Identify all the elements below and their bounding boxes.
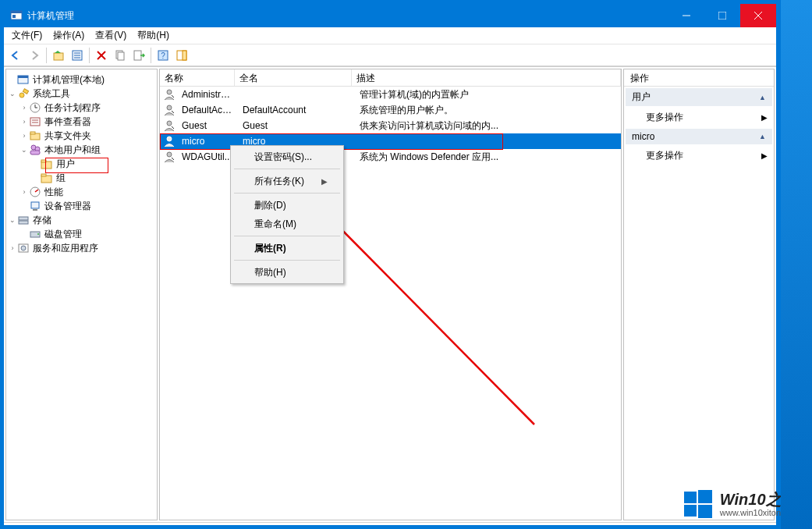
ctx-delete[interactable]: 删除(D) <box>232 196 342 215</box>
list-row-defaultaccount[interactable]: DefaultAcc...DefaultAccount系统管理的用户帐户。 <box>160 102 621 118</box>
menu-view[interactable]: 查看(V) <box>95 29 126 42</box>
user-icon <box>163 104 176 116</box>
up-button[interactable] <box>50 47 67 64</box>
svg-rect-43 <box>19 217 28 220</box>
list-pane: 名称 全名 描述 Administrat...管理计算机(域)的内置帐户 Def… <box>159 69 622 520</box>
actions-header: 操作 <box>624 69 774 87</box>
arrow-icon: ▶ <box>761 151 768 160</box>
tree-eventviewer[interactable]: ›事件查看器 <box>8 115 155 129</box>
tree-diskmgr[interactable]: 磁盘管理 <box>8 227 155 241</box>
list-header: 名称 全名 描述 <box>160 69 621 87</box>
window-title: 计算机管理 <box>27 9 668 23</box>
svg-rect-44 <box>19 221 28 224</box>
col-desc[interactable]: 描述 <box>352 69 621 86</box>
close-button[interactable] <box>740 4 776 27</box>
toolbar-sep <box>151 48 151 63</box>
svg-line-54 <box>322 210 534 424</box>
ctx-rename[interactable]: 重命名(M) <box>232 215 342 233</box>
ctx-all-tasks[interactable]: 所有任务(K)▶ <box>232 172 342 190</box>
svg-rect-41 <box>31 202 39 208</box>
menu-file[interactable]: 文件(F) <box>12 29 42 42</box>
svg-rect-1 <box>11 11 22 13</box>
delete-button[interactable] <box>93 47 110 64</box>
ctx-set-password[interactable]: 设置密码(S)... <box>232 147 342 166</box>
app-window: 计算机管理 文件(F) 操作(A) 查看(V) 帮助(H) ? 计算机管理(本地… <box>3 3 777 526</box>
svg-rect-35 <box>30 151 40 154</box>
properties-button[interactable] <box>69 47 86 64</box>
tree-devicemgr[interactable]: 设备管理器 <box>8 199 155 213</box>
tree-sharedfolders[interactable]: ›共享文件夹 <box>8 129 155 143</box>
ctx-sep <box>234 169 340 169</box>
menu-help[interactable]: 帮助(H) <box>137 29 169 42</box>
toolbar: ? <box>4 44 776 66</box>
export-button[interactable] <box>130 47 147 64</box>
svg-rect-28 <box>30 118 40 126</box>
svg-rect-37 <box>41 160 46 162</box>
svg-rect-42 <box>33 209 37 211</box>
svg-point-50 <box>167 105 172 110</box>
collapse-icon: ▲ <box>759 133 766 140</box>
svg-rect-7 <box>54 53 63 60</box>
svg-rect-22 <box>18 76 28 78</box>
list-body: Administrat...管理计算机(域)的内置帐户 DefaultAcc..… <box>160 87 621 165</box>
actionpane-toggle-button[interactable] <box>173 47 190 64</box>
ctx-sep <box>234 260 340 261</box>
tree-users[interactable]: 用户 <box>8 157 155 171</box>
maximize-button[interactable] <box>704 4 740 27</box>
ctx-properties[interactable]: 属性(R) <box>232 239 342 257</box>
tree-storage[interactable]: ⌄存储 <box>8 213 155 227</box>
user-icon <box>163 119 176 132</box>
svg-point-51 <box>167 121 172 126</box>
svg-rect-39 <box>41 174 46 176</box>
help-button[interactable]: ? <box>154 47 172 64</box>
arrow-icon: ▶ <box>761 113 768 122</box>
svg-rect-4 <box>718 12 726 20</box>
action-more-1[interactable]: 更多操作▶ <box>624 108 774 127</box>
tree-services[interactable]: ›服务和应用程序 <box>8 241 155 255</box>
svg-rect-15 <box>118 52 124 60</box>
context-menu: 设置密码(S)... 所有任务(K)▶ 删除(D) 重命名(M) 属性(R) 帮… <box>230 145 344 284</box>
list-row-micro[interactable]: micromicro <box>160 133 621 149</box>
svg-point-52 <box>167 137 172 141</box>
action-section-micro[interactable]: micro▲ <box>626 129 772 144</box>
svg-rect-16 <box>134 51 141 60</box>
copy-button[interactable] <box>112 47 129 64</box>
ctx-help[interactable]: 帮助(H) <box>232 263 342 282</box>
svg-rect-56 <box>698 490 712 503</box>
back-button[interactable] <box>7 47 24 64</box>
list-row-administrator[interactable]: Administrat...管理计算机(域)的内置帐户 <box>160 87 621 102</box>
tree-performance[interactable]: ›性能 <box>8 185 155 199</box>
toolbar-sep <box>46 48 47 63</box>
minimize-button[interactable] <box>668 4 704 27</box>
menu-bar: 文件(F) 操作(A) 查看(V) 帮助(H) <box>4 27 776 44</box>
list-row-guest[interactable]: GuestGuest供来宾访问计算机或访问域的内... <box>160 118 621 133</box>
menu-action[interactable]: 操作(A) <box>53 29 84 42</box>
tree-groups[interactable]: 组 <box>8 171 155 185</box>
tree-localusers[interactable]: ⌄本地用户和组 <box>8 143 155 157</box>
svg-text:?: ? <box>161 51 165 60</box>
svg-rect-2 <box>12 15 16 18</box>
forward-button[interactable] <box>26 47 43 64</box>
collapse-icon: ▲ <box>759 94 766 101</box>
main-area: 计算机管理(本地) ⌄系统工具 ›任务计划程序 ›事件查看器 ›共享文件夹 ⌄本… <box>4 66 776 522</box>
submenu-arrow-icon: ▶ <box>321 177 328 186</box>
svg-rect-20 <box>183 51 186 60</box>
app-icon <box>10 9 23 22</box>
windows-logo-icon <box>683 488 714 520</box>
desktop-edge <box>781 0 812 529</box>
col-name[interactable]: 名称 <box>160 69 235 86</box>
tree-root[interactable]: 计算机管理(本地) <box>8 73 155 87</box>
tree-systools[interactable]: ⌄系统工具 <box>8 87 155 101</box>
title-bar: 计算机管理 <box>4 4 776 27</box>
actions-pane: 操作 用户▲ 更多操作▶ micro▲ 更多操作▶ <box>623 69 775 520</box>
svg-point-48 <box>21 246 26 250</box>
action-section-users[interactable]: 用户▲ <box>626 88 772 106</box>
tree-scheduler[interactable]: ›任务计划程序 <box>8 101 155 115</box>
col-full[interactable]: 全名 <box>235 69 352 86</box>
status-bar <box>4 522 776 525</box>
ctx-sep <box>234 193 340 193</box>
list-row-wdag[interactable]: WDAGUtil...系统为 Windows Defender 应用... <box>160 149 621 165</box>
svg-point-53 <box>167 152 172 157</box>
svg-rect-58 <box>698 505 712 518</box>
action-more-2[interactable]: 更多操作▶ <box>624 146 774 165</box>
